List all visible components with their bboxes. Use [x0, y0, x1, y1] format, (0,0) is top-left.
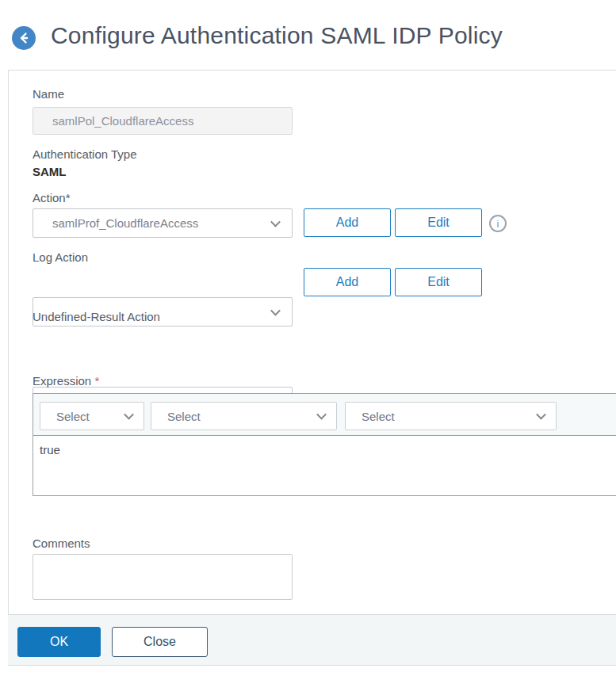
chevron-down-icon — [270, 305, 281, 315]
authentication-type-label: Authentication Type — [33, 147, 136, 161]
ok-button[interactable]: OK — [17, 627, 101, 657]
log-action-label: Log Action — [33, 250, 88, 264]
page-title: Configure Authentication SAML IDP Policy — [51, 22, 503, 49]
log-action-add-button[interactable]: Add — [304, 268, 391, 296]
log-action-edit-button[interactable]: Edit — [395, 268, 482, 296]
name-input[interactable] — [33, 107, 293, 135]
comments-label: Comments — [33, 537, 90, 550]
chevron-down-icon — [316, 410, 327, 420]
action-edit-button[interactable]: Edit — [395, 208, 482, 237]
action-add-button[interactable]: Add — [304, 208, 391, 237]
comments-textarea[interactable] — [33, 554, 293, 600]
required-asterisk: * — [94, 374, 99, 388]
action-dropdown[interactable]: samlProf_CloudflareAccess — [33, 208, 293, 238]
expression-select-3[interactable]: Select — [345, 402, 557, 430]
arrow-left-icon — [17, 32, 30, 44]
expression-select-1[interactable]: Select — [40, 402, 144, 430]
authentication-type-value: SAML — [33, 165, 67, 178]
action-label: Action* — [33, 191, 71, 204]
close-button[interactable]: Close — [112, 627, 208, 657]
chevron-down-icon — [536, 410, 546, 420]
expression-toolbar: Select Select Select — [33, 394, 616, 436]
expression-label: Expression * — [33, 374, 99, 388]
chevron-down-icon — [270, 216, 281, 227]
undefined-result-action-label: Undefined-Result Action — [33, 310, 160, 323]
expression-select-2[interactable]: Select — [151, 402, 337, 430]
action-dropdown-value: samlProf_CloudflareAccess — [52, 216, 198, 230]
expression-textarea[interactable]: true — [33, 436, 616, 496]
name-label: Name — [33, 87, 64, 101]
back-button[interactable] — [12, 26, 36, 50]
info-icon[interactable]: i — [489, 215, 507, 232]
form-panel: Name Authentication Type SAML Action* sa… — [8, 70, 616, 614]
expression-editor: Select Select Select true — [33, 393, 616, 496]
chevron-down-icon — [124, 410, 134, 420]
